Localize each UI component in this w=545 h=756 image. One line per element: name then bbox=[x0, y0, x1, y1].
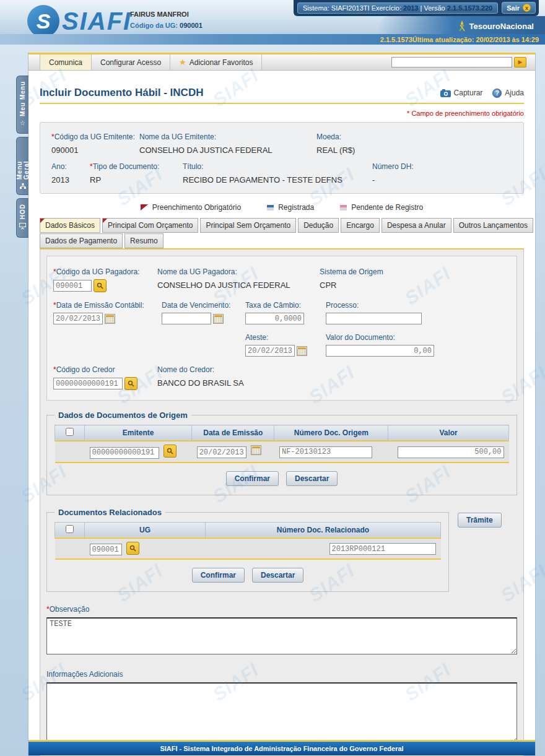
origem-numero-input[interactable] bbox=[279, 446, 372, 458]
data-emissao-input[interactable] bbox=[53, 313, 103, 324]
ateste-label: Ateste: bbox=[245, 333, 326, 342]
data-emissao-calendar-button[interactable] bbox=[105, 314, 115, 324]
tab-principal-sem-orcamento-label: Principal Sem Orçamento bbox=[206, 221, 290, 230]
data-vencimento-calendar-button[interactable] bbox=[213, 314, 224, 324]
ug-pagadora-input[interactable] bbox=[53, 280, 92, 292]
logout-button[interactable]: Sair x bbox=[502, 2, 536, 14]
valor-documento-input[interactable] bbox=[326, 345, 434, 357]
toolbar-item-comunica[interactable]: Comunica bbox=[40, 54, 92, 70]
side-nav: Meu Menu ☆ Menu Geral HOD bbox=[16, 76, 28, 241]
sidebar-item-meu-menu[interactable]: Meu Menu ☆ bbox=[16, 76, 28, 134]
tab-dados-basicos-label: Dados Básicos bbox=[45, 221, 95, 230]
docs-origem-select-all-checkbox[interactable] bbox=[66, 428, 74, 436]
processo-input[interactable] bbox=[326, 313, 422, 324]
monitor-icon bbox=[19, 223, 26, 230]
header-band: 2.1.5.1573Última atualização: 20/02/2013… bbox=[0, 34, 545, 45]
origem-data-input[interactable] bbox=[197, 446, 246, 458]
relacionado-numero-input[interactable] bbox=[329, 543, 436, 555]
page-content: Incluir Documento Hábil - INCDH Capturar… bbox=[28, 87, 535, 756]
calendar-icon bbox=[105, 315, 115, 323]
search-go-button[interactable]: ▶ bbox=[514, 57, 526, 67]
docs-relacionados-select-all-checkbox[interactable] bbox=[66, 525, 74, 533]
ateste-input[interactable] bbox=[245, 345, 295, 357]
magnifier-icon bbox=[167, 448, 173, 454]
tab-dados-de-pagamento[interactable]: Dados de Pagamento bbox=[40, 233, 123, 248]
adicionar-favoritos-label: Adicionar Favoritos bbox=[190, 58, 253, 67]
configurar-acesso-label: Configurar Acesso bbox=[100, 58, 161, 67]
codigo-credor-input[interactable] bbox=[53, 378, 123, 389]
toolbar-item-configurar-acesso[interactable]: Configurar Acesso bbox=[92, 54, 170, 70]
capturar-action[interactable]: Capturar bbox=[440, 89, 483, 97]
tab-deducao[interactable]: Dedução bbox=[298, 218, 339, 233]
user-name: FAIRUS MANFROI bbox=[130, 11, 203, 18]
star-icon: ★ bbox=[179, 58, 186, 67]
search-input[interactable] bbox=[391, 57, 512, 67]
origem-descartar-button[interactable]: Descartar bbox=[286, 471, 338, 486]
relacionados-confirmar-button[interactable]: Confirmar bbox=[192, 568, 245, 583]
informacoes-adicionais-textarea[interactable] bbox=[46, 682, 517, 744]
sidebar-item-menu-geral[interactable]: Menu Geral bbox=[16, 137, 28, 195]
logout-label: Sair bbox=[507, 4, 520, 12]
valor-documento-label: Valor do Documento: bbox=[326, 333, 510, 342]
logout-x-icon: x bbox=[523, 4, 531, 12]
ajuda-action[interactable]: ? Ajuda bbox=[492, 89, 524, 98]
tab-dados-basicos[interactable]: Dados Básicos bbox=[40, 218, 100, 233]
required-flag-icon bbox=[141, 204, 148, 211]
sistema-origem-label: Sistema de Origem bbox=[320, 267, 510, 276]
ug-emitente-value: 090001 bbox=[51, 146, 139, 155]
tab-resumo-label: Resumo bbox=[130, 237, 158, 245]
origem-confirmar-button[interactable]: Confirmar bbox=[226, 471, 279, 486]
observacao-block: *Observação TESTE bbox=[46, 603, 517, 657]
star-outline-icon: ☆ bbox=[20, 120, 25, 126]
taxa-cambio-input[interactable] bbox=[245, 313, 304, 324]
ateste-calendar-button[interactable] bbox=[297, 346, 307, 356]
field-data-vencimento: Data de Vencimento: bbox=[162, 301, 245, 324]
codigo-credor-label: Código do Credor bbox=[56, 365, 115, 374]
tab-outros-lancamentos-label: Outros Lançamentos bbox=[459, 221, 528, 230]
moeda-value: REAL (R$) bbox=[316, 146, 523, 155]
version-label: | Versão bbox=[421, 4, 445, 12]
tab-principal-sem-orcamento[interactable]: Principal Sem Orçamento bbox=[200, 218, 296, 233]
field-processo: Processo: bbox=[326, 301, 510, 324]
data-vencimento-input[interactable] bbox=[162, 313, 211, 324]
relacionado-ug-lookup-button[interactable] bbox=[126, 542, 139, 555]
ug-pagadora-lookup-button[interactable] bbox=[94, 279, 107, 292]
origem-valor-input[interactable] bbox=[398, 446, 504, 458]
magnifier-icon bbox=[97, 282, 103, 289]
field-titulo: Título: RECIBO DE PAGAMENTO - TESTE DEFN… bbox=[183, 162, 372, 185]
tab-deducao-label: Dedução bbox=[303, 221, 333, 230]
field-ateste: Ateste: bbox=[245, 333, 326, 357]
numero-dh-value: - bbox=[372, 175, 523, 185]
nome-credor-value: BANCO DO BRASIL SA bbox=[157, 378, 320, 388]
ug-emitente-label: Código da UG Emitente: bbox=[54, 133, 135, 141]
tramite-button[interactable]: Trâmite bbox=[458, 513, 502, 528]
sitemap-icon bbox=[20, 183, 26, 191]
app-header: S SIAFI FAIRUS MANFROI Código da UG: 090… bbox=[0, 0, 545, 45]
origem-emitente-lookup-button[interactable] bbox=[164, 445, 177, 458]
moeda-label: Moeda: bbox=[316, 133, 523, 141]
relacionado-ug-input[interactable] bbox=[90, 544, 122, 555]
toolbar-item-adicionar-favoritos[interactable]: ★ Adicionar Favoritos bbox=[170, 54, 262, 70]
magnifier-icon bbox=[128, 380, 134, 387]
origem-emitente-input[interactable] bbox=[90, 447, 159, 459]
system-label: Sistema: SIAFI2013TI Exercício: bbox=[303, 4, 401, 12]
origem-data-calendar-button[interactable] bbox=[251, 445, 261, 455]
observacao-textarea[interactable]: TESTE bbox=[46, 617, 517, 654]
field-ug-pagadora: *Código da UG Pagadora: bbox=[53, 267, 157, 292]
tab-encargo[interactable]: Encargo bbox=[341, 218, 380, 233]
tab-despesa-a-anular[interactable]: Despesa a Anular bbox=[381, 218, 451, 233]
relacionados-descartar-button[interactable]: Descartar bbox=[252, 568, 303, 583]
calendar-icon bbox=[297, 347, 307, 355]
docs-relacionados-fieldset: Documentos Relacionados UG Número Doc. R… bbox=[46, 508, 449, 593]
docs-origem-fieldset: Dados de Documentos de Origem Emitente D… bbox=[46, 411, 517, 495]
processo-label: Processo: bbox=[326, 301, 510, 310]
tab-outros-lancamentos[interactable]: Outros Lançamentos bbox=[453, 218, 533, 233]
sistema-origem-value: CPR bbox=[320, 280, 510, 290]
docs-relacionados-row bbox=[55, 538, 441, 560]
docs-relacionados-table: UG Número Doc. Relacionado bbox=[54, 522, 441, 560]
tab-principal-com-orcamento[interactable]: Principal Com Orçamento bbox=[102, 218, 198, 233]
sidebar-item-hod[interactable]: HOD bbox=[16, 198, 28, 238]
codigo-credor-lookup-button[interactable] bbox=[124, 377, 137, 390]
tab-resumo[interactable]: Resumo bbox=[124, 233, 164, 248]
tab-dados-de-pagamento-label: Dados de Pagamento bbox=[45, 237, 117, 245]
